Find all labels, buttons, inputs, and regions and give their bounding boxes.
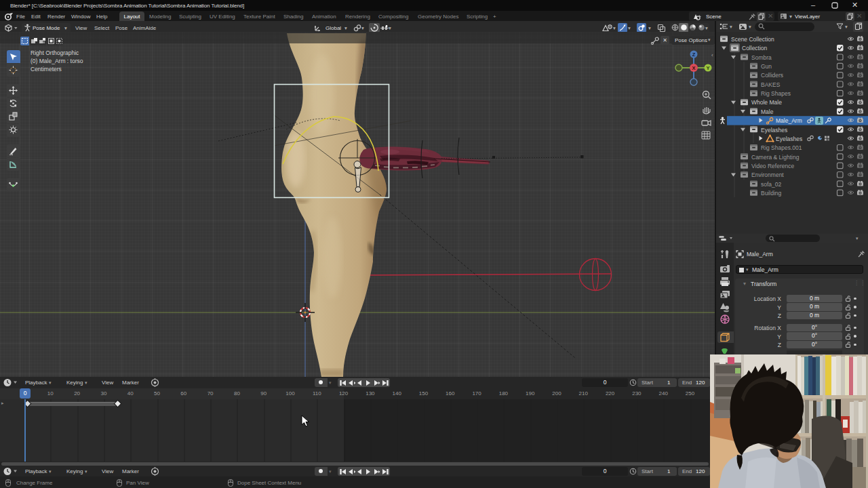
svg-text:‹: ‹ (711, 52, 713, 58)
svg-text:Collection: Collection (742, 45, 768, 52)
svg-text:Male: Male (761, 108, 774, 115)
svg-text:Scene Collection: Scene Collection (731, 36, 774, 43)
svg-text:Rig Shapes: Rig Shapes (761, 90, 791, 97)
svg-text:BAKES: BAKES (761, 81, 781, 88)
svg-text:sofa_02: sofa_02 (761, 181, 782, 188)
svg-text:Male_Arm: Male_Arm (776, 117, 802, 124)
svg-text:X: X (692, 65, 695, 71)
svg-text:Eyelashes: Eyelashes (776, 136, 802, 142)
svg-text:Rig Shapes.001: Rig Shapes.001 (761, 144, 802, 151)
svg-text:Whole Male: Whole Male (751, 99, 782, 106)
svg-text:Building: Building (761, 190, 782, 197)
svg-text:Sombra: Sombra (751, 54, 772, 61)
svg-text:Z: Z (692, 52, 696, 58)
svg-text:Environment: Environment (751, 171, 784, 178)
svg-text:Eyelashes: Eyelashes (761, 127, 787, 134)
svg-text:Colliders: Colliders (761, 72, 783, 79)
svg-text:Y: Y (706, 65, 709, 71)
svg-text:Video Reference: Video Reference (751, 163, 794, 169)
svg-text:Gun: Gun (761, 63, 772, 70)
svg-text:Camera & Lighting: Camera & Lighting (751, 154, 800, 161)
